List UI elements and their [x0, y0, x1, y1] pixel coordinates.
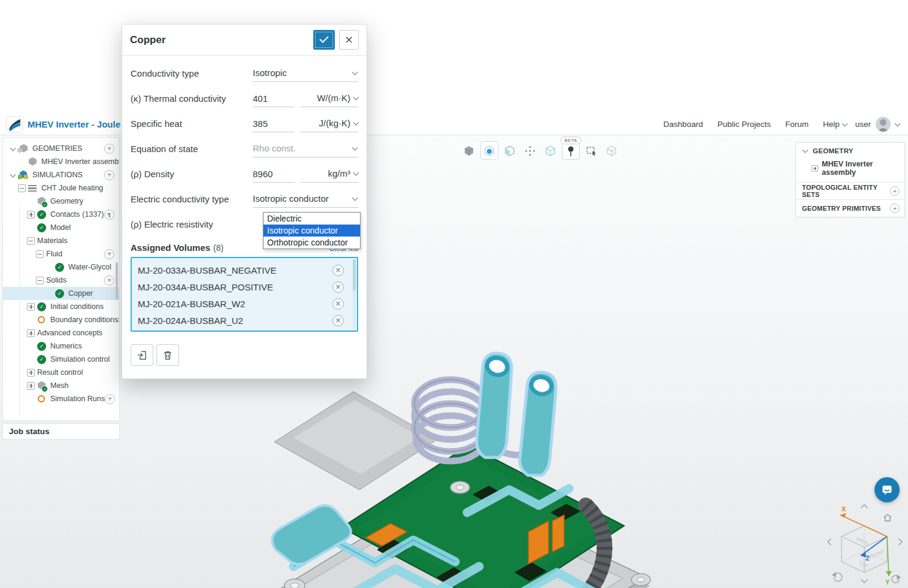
expander-icon[interactable]: [18, 184, 26, 192]
expander-icon[interactable]: [27, 211, 35, 219]
wireframe-view-icon[interactable]: [541, 141, 559, 160]
expander-icon[interactable]: [36, 277, 44, 284]
unit-select[interactable]: kg/m³: [301, 165, 358, 183]
remove-volume-button[interactable]: ×: [332, 265, 344, 276]
value-input[interactable]: 385: [253, 115, 295, 132]
add-button[interactable]: +: [105, 394, 115, 404]
tree-item[interactable]: Materials: [3, 234, 119, 247]
box-select-icon[interactable]: [582, 141, 600, 160]
select-volume-icon[interactable]: [480, 141, 498, 160]
expander-icon[interactable]: [27, 224, 35, 232]
user-menu[interactable]: user: [855, 117, 908, 132]
volume-item[interactable]: MJ-20-034A-BUSBAR_POSITIVE ×: [138, 278, 353, 295]
add-button[interactable]: +: [890, 186, 900, 196]
select-vertex-icon[interactable]: [521, 141, 539, 160]
volume-item[interactable]: MJ-20-033A-BUSBAR_NEGATIVE ×: [138, 262, 353, 278]
expander-icon[interactable]: [9, 145, 17, 153]
close-button[interactable]: ×: [339, 30, 359, 50]
select-face-icon[interactable]: [501, 141, 519, 160]
add-button[interactable]: +: [104, 170, 114, 180]
expander-icon[interactable]: [27, 316, 35, 324]
expander-icon[interactable]: [27, 237, 35, 245]
tree-scrollbar[interactable]: [116, 262, 118, 299]
tree-item[interactable]: Simulation Runs +: [3, 392, 119, 405]
add-button[interactable]: +: [104, 275, 114, 286]
nav-link[interactable]: Public Projects: [718, 120, 771, 129]
add-button[interactable]: +: [104, 144, 114, 154]
rotate-cw-icon[interactable]: [892, 575, 900, 583]
navigation-cube[interactable]: RIGHT FRONT TOP X Z Y: [825, 502, 905, 587]
volume-scroll-thumb[interactable]: [353, 259, 356, 290]
support-chat-button[interactable]: [874, 477, 900, 502]
view-solid-cube-icon[interactable]: [460, 141, 478, 160]
tree-item[interactable]: Solids +: [3, 274, 119, 287]
value-select[interactable]: Rho const.: [253, 140, 358, 157]
expander-icon[interactable]: [45, 263, 53, 271]
home-icon[interactable]: [884, 514, 891, 521]
geometry-section-header[interactable]: GEOMETRY: [796, 143, 904, 157]
tree-item[interactable]: Advanced concepts: [3, 326, 119, 340]
expander-icon[interactable]: [27, 303, 35, 311]
tree-item[interactable]: Simulation control: [3, 353, 119, 366]
dropdown-option[interactable]: Isotropic conductor: [264, 225, 360, 237]
tree-item[interactable]: GEOMETRIES +: [3, 142, 119, 155]
tree-item[interactable]: Numerics: [3, 340, 119, 353]
nav-link[interactable]: Forum: [785, 120, 809, 129]
unit-select[interactable]: J/(kg·K): [301, 115, 358, 132]
panel-section[interactable]: GEOMETRY PRIMITIVES +: [796, 199, 904, 217]
import-selection-button[interactable]: [131, 344, 153, 366]
apply-button[interactable]: [313, 30, 335, 50]
nav-link[interactable]: Dashboard: [664, 120, 703, 129]
add-button[interactable]: +: [104, 249, 114, 259]
expander-icon[interactable]: [27, 329, 35, 337]
probe-point-icon[interactable]: BETA: [562, 141, 580, 160]
expander-icon[interactable]: [27, 369, 35, 377]
isolate-body-icon[interactable]: [603, 141, 621, 160]
remove-volume-button[interactable]: ×: [332, 315, 344, 326]
rotate-ccw-icon[interactable]: [833, 573, 842, 581]
tree-item[interactable]: Boundary conditions +: [3, 313, 119, 326]
tree-item[interactable]: Model: [3, 221, 119, 234]
tree-item[interactable]: Mesh: [3, 379, 119, 392]
value-select[interactable]: Isotropic conductor: [253, 190, 358, 208]
expander-icon[interactable]: [27, 198, 35, 205]
tree-item[interactable]: SIMULATIONS +: [3, 168, 119, 181]
tree-item[interactable]: Water-Glycol: [3, 260, 119, 274]
expander-icon[interactable]: [18, 158, 26, 166]
assembly-item[interactable]: MHEV Inverter assembly: [796, 157, 904, 182]
expander-icon[interactable]: [9, 171, 17, 179]
expander-icon[interactable]: [45, 290, 53, 298]
job-status-bar[interactable]: Job status: [2, 423, 120, 440]
value-input[interactable]: 8960: [253, 165, 295, 183]
user-avatar[interactable]: [876, 117, 891, 132]
tree-item[interactable]: Copper: [3, 287, 119, 300]
volume-item[interactable]: MJ-20-024A-BUSBAR_U2 ×: [138, 312, 353, 329]
filter-icon[interactable]: [104, 210, 114, 220]
tree-item[interactable]: CHT Joule heating: [3, 181, 119, 195]
tree-item[interactable]: Fluid +: [3, 247, 119, 260]
panel-section[interactable]: TOPOLOGICAL ENTITY SETS +: [796, 182, 904, 199]
add-button[interactable]: +: [890, 204, 900, 213]
tree-item[interactable]: Result control: [3, 366, 119, 379]
tree-item[interactable]: Geometry: [3, 195, 119, 208]
unit-select[interactable]: W/(m·K): [301, 90, 358, 107]
volume-item[interactable]: MJ-20-021A-BUSBAR_W2 ×: [138, 295, 353, 312]
tree-item[interactable]: Contacts (1337): [3, 208, 119, 221]
dropdown-option[interactable]: Dielectric: [264, 213, 360, 225]
expander-icon[interactable]: [36, 250, 44, 258]
value-input[interactable]: 401: [253, 90, 295, 107]
expander-icon[interactable]: [27, 382, 35, 390]
expander-icon[interactable]: [27, 395, 35, 403]
remove-volume-button[interactable]: ×: [332, 298, 344, 310]
delete-button[interactable]: [156, 344, 179, 366]
nav-link[interactable]: Help: [823, 120, 847, 129]
expander-icon[interactable]: [27, 343, 35, 350]
tree-item[interactable]: MHEV Inverter assembly: [3, 155, 119, 168]
remove-volume-button[interactable]: ×: [332, 281, 344, 293]
dropdown-option[interactable]: Orthotropic conductor: [264, 237, 360, 248]
add-button[interactable]: +: [118, 315, 120, 325]
value-select[interactable]: Isotropic: [253, 65, 358, 82]
expand-plus-icon[interactable]: [812, 165, 818, 172]
tree-item[interactable]: Initial conditions: [3, 300, 119, 313]
expander-icon[interactable]: [27, 356, 35, 363]
